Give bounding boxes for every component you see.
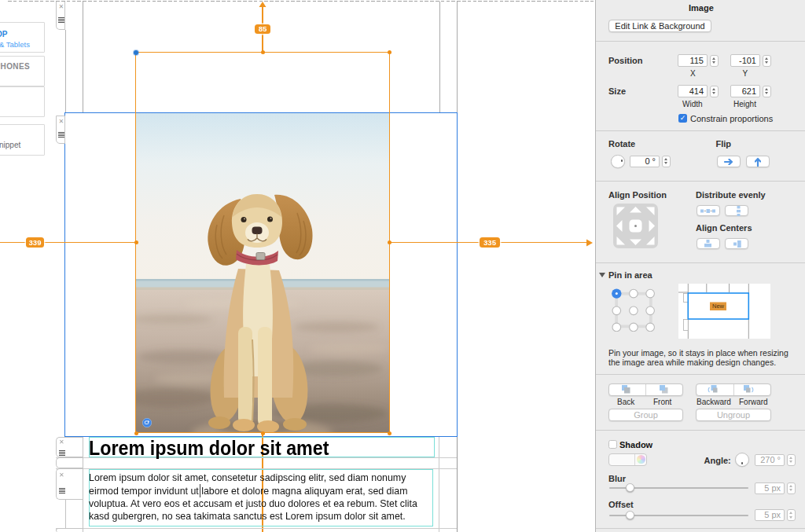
svg-text:New: New: [712, 303, 725, 310]
